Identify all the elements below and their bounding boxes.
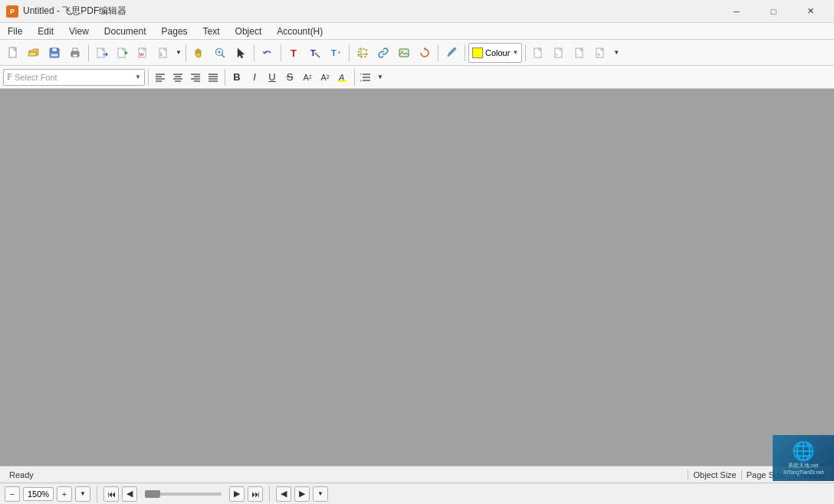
nav-extra1[interactable]: ◀: [276, 486, 291, 502]
subscript-button[interactable]: A2: [317, 69, 333, 86]
export1-button[interactable]: [92, 43, 112, 63]
canvas-area: [0, 89, 834, 466]
zoom-in-button[interactable]: +: [57, 486, 72, 502]
svg-text:+: +: [556, 52, 558, 57]
font-placeholder: Select Font: [15, 73, 133, 82]
align-right[interactable]: [187, 69, 204, 86]
status-bar: Ready Object Size Page Size Preview: [0, 466, 834, 483]
right-export4[interactable]: ✕: [591, 43, 611, 63]
colour-swatch: [472, 47, 483, 58]
nav-sep1: [97, 486, 97, 502]
page-slider-thumb[interactable]: [145, 490, 160, 498]
svg-text:+: +: [337, 49, 341, 56]
strikethrough-button[interactable]: S: [281, 69, 298, 86]
menu-edit[interactable]: Edit: [30, 23, 61, 39]
object-size-section: Object Size: [688, 466, 740, 483]
rotate-tool[interactable]: [415, 43, 435, 63]
prev-page-button[interactable]: ◀: [122, 486, 137, 502]
align-center[interactable]: [169, 69, 186, 86]
zoom-dropdown[interactable]: ▼: [75, 486, 90, 502]
menu-object[interactable]: Object: [228, 23, 270, 39]
svg-rect-23: [359, 49, 366, 57]
zoom-out-button[interactable]: −: [5, 486, 20, 502]
sep-font: [148, 69, 149, 86]
export-dropdown[interactable]: ▼: [175, 43, 182, 63]
line-spacing-dropdown[interactable]: ▼: [376, 69, 385, 86]
toolbar-2: 𝔽 Select Font ▼ B I U S A2 A2 A ▼: [0, 66, 834, 89]
status-text: Ready: [5, 466, 38, 483]
svg-line-15: [222, 54, 225, 57]
right-export1[interactable]: [529, 43, 549, 63]
watermark: 🌐 系统天地.net XiTongTianDi.net: [773, 435, 834, 481]
toolbar-1: W E ▼ T T T+: [0, 40, 834, 66]
menu-view[interactable]: View: [61, 23, 97, 39]
svg-text:T: T: [310, 48, 316, 57]
underline-button[interactable]: U: [264, 69, 281, 86]
align-left[interactable]: [152, 69, 169, 86]
svg-text:✕: ✕: [597, 52, 600, 57]
crop-tool[interactable]: [353, 43, 373, 63]
colour-label: Colour: [485, 48, 510, 57]
font-dropdown-arrow: ▼: [135, 74, 141, 80]
sep4: [281, 44, 281, 61]
nav-extra2[interactable]: ▶: [294, 486, 310, 502]
colour-dropdown-arrow: ▼: [512, 49, 518, 56]
nav-sep2: [269, 486, 270, 502]
svg-rect-53: [338, 80, 347, 82]
text-edit-tool[interactable]: T: [305, 43, 325, 63]
print-button[interactable]: [65, 43, 85, 63]
window-title: Untitled - 飞思PDF编辑器: [23, 5, 719, 18]
page-slider-track: [145, 493, 222, 496]
link-tool[interactable]: [373, 43, 393, 63]
watermark-text: 系统天地.net XiTongTianDi.net: [783, 462, 823, 476]
menu-account[interactable]: Account(H): [269, 23, 330, 39]
svg-text:T: T: [291, 47, 297, 59]
sep-align: [225, 69, 225, 86]
first-page-button[interactable]: ⏮: [103, 486, 119, 502]
zoom-tool[interactable]: [210, 43, 230, 63]
export3-button[interactable]: W: [133, 43, 153, 63]
align-justify[interactable]: [205, 69, 222, 86]
menu-pages[interactable]: Pages: [154, 23, 195, 39]
right-export2[interactable]: +: [550, 43, 570, 63]
line-spacing[interactable]: [358, 69, 375, 86]
hand-tool[interactable]: [189, 43, 209, 63]
text-tool[interactable]: T: [284, 43, 304, 63]
pen-tool[interactable]: [442, 43, 461, 63]
menu-text[interactable]: Text: [195, 23, 228, 39]
bold-button[interactable]: B: [228, 69, 245, 86]
next-page-button[interactable]: ▶: [229, 486, 245, 502]
app-icon: P: [6, 5, 18, 18]
superscript-button[interactable]: A2: [299, 69, 316, 86]
svg-rect-26: [399, 49, 409, 57]
image-tool[interactable]: [394, 43, 414, 63]
right-dropdown[interactable]: ▼: [612, 43, 621, 63]
zoom-input[interactable]: [23, 487, 54, 501]
new-button[interactable]: [3, 43, 23, 63]
svg-text:W: W: [140, 52, 144, 57]
menu-file[interactable]: File: [0, 23, 30, 39]
minimize-button[interactable]: ─: [719, 0, 754, 23]
select-tool[interactable]: [231, 43, 251, 63]
text-append-tool[interactable]: T+: [326, 43, 346, 63]
svg-text:T: T: [331, 48, 337, 57]
nav-extra-dropdown[interactable]: ▼: [313, 486, 328, 502]
right-export3[interactable]: -: [570, 43, 590, 63]
font-icon: 𝔽: [7, 72, 12, 82]
italic-button[interactable]: I: [246, 69, 263, 86]
undo-button[interactable]: [258, 43, 277, 63]
export4-button[interactable]: E: [154, 43, 174, 63]
close-button[interactable]: ✕: [793, 0, 828, 23]
open-button[interactable]: [24, 43, 44, 63]
export2-button[interactable]: [113, 43, 133, 63]
sep8: [525, 44, 526, 61]
save-button[interactable]: [44, 43, 64, 63]
maximize-button[interactable]: □: [756, 0, 791, 23]
menu-document[interactable]: Document: [97, 23, 154, 39]
window-controls: ─ □ ✕: [719, 0, 828, 23]
text-color-button[interactable]: A: [334, 69, 351, 86]
font-select[interactable]: 𝔽 Select Font ▼: [3, 69, 145, 86]
last-page-button[interactable]: ⏭: [248, 486, 263, 502]
title-bar: P Untitled - 飞思PDF编辑器 ─ □ ✕: [0, 0, 834, 23]
colour-button[interactable]: Colour ▼: [468, 43, 522, 63]
